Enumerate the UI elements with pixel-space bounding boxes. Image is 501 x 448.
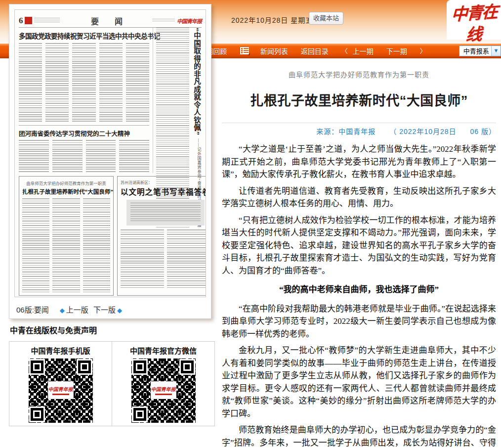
paragraph: 师范教育始终是曲阜师大的办学初心，也已成为彰显办学竞争力的“金字”招牌。多年来，… — [222, 424, 496, 448]
issue-list-icon[interactable] — [240, 46, 250, 55]
issue-page: 06 版） — [470, 128, 496, 135]
paper-family-select[interactable]: 中青报系 ▼ — [459, 45, 501, 56]
boxed-article-1-headline: 扎根孔子故里培养新时代“大国良师” — [22, 187, 110, 195]
newspaper-headline-2: 团河南省委传达学习贯彻党的二十大精神 — [19, 128, 149, 140]
chevron-down-icon: ▼ — [491, 46, 501, 56]
paragraph: 让传道者先明道信道、教育者先受教育，生动反映出这所孔子家乡大学落实立德树人根本任… — [222, 185, 496, 210]
nav-prev-issue[interactable]: 上一期 — [353, 46, 374, 56]
qr-center-logo: 中国青年报 — [48, 381, 74, 399]
text-column — [22, 198, 49, 293]
newspaper-body: 多国政党政要持续祝贺习近平当选中共中央总书记 团河南省委传达学习贯彻党的二十大精… — [19, 28, 202, 173]
qr-center-logo: 中国青年报 — [151, 381, 176, 399]
paper-family-select-value: 中青报系 — [459, 46, 491, 55]
paragraph: “大学之道是‘止于至善’之道，为人之师当做大先生。”2022年秋季新学期正式开始… — [222, 143, 496, 181]
article-subhead: “我的高中老师来自曲师，我也选择了曲师” — [222, 283, 496, 296]
next-page-link[interactable]: 下一版 — [93, 306, 116, 314]
article-title: 扎根孔子故里培养新时代“大国良师” — [222, 90, 496, 109]
text-column — [83, 198, 110, 293]
paragraph: “在高中阶段对我帮助最大的韩港老师就是毕业于曲师。”在说起选择来到曲阜师大学习师… — [222, 303, 496, 341]
prev-page-icon[interactable]: ◆ — [60, 307, 65, 314]
vertical-headline: “中国取得的非凡成就令人钦佩” — [192, 28, 202, 135]
text-column — [52, 198, 80, 293]
article-divider — [222, 123, 496, 123]
prev-page-link[interactable]: 上一版 — [66, 306, 88, 314]
article-source-line: 来源：中国青年报（ 2022年10月28日06 版） — [222, 126, 496, 136]
column-divider — [19, 125, 149, 126]
boxed-article-1-columns — [22, 198, 110, 293]
paragraph: 金秋九月，又一批心怀“教师梦”的大学新生走进曲阜师大，其中不少人有着和姜同学类似… — [222, 344, 496, 420]
article-body: “大学之道是‘止于至善’之道，为人之师当做大先生。”2022年秋季新学期正式开始… — [222, 143, 496, 448]
qr-cell-mobile: 中国青年报手机版 中国青年报 — [9, 342, 112, 426]
text-column — [126, 43, 149, 122]
text-column — [19, 140, 49, 173]
qr-marker — [133, 360, 146, 373]
article-1-columns — [19, 43, 149, 122]
article-2-columns — [19, 140, 149, 173]
current-date: 2022年10月28日 星期五 — [231, 15, 313, 25]
page-footer-nav: 06版:要闻◆上一版 下一版◆ — [16, 304, 122, 314]
paragraph: “只有把立德树人成效作为检验学校一切工作的根本标准，才能为培养堪当大任的时代新人… — [222, 214, 496, 277]
text-column — [52, 140, 83, 173]
qr-logo-text: 中国青年报 — [151, 385, 176, 393]
text-column — [99, 43, 123, 122]
issue-date: （ 2022年10月28日 — [389, 128, 456, 135]
qr-marker — [133, 408, 146, 421]
nav-news-list[interactable]: 新闻列表 — [260, 46, 288, 56]
newspaper-masthead: 6 要 闻 中国青年报 — [19, 14, 202, 28]
qr-marker — [31, 360, 43, 373]
qr-logo-underline — [155, 394, 172, 395]
newspaper-bottom-boxes: 曲阜师范大学把办好师范教育作为第一职责 扎根孔子故里培养新时代“大国良师” 苏州… — [19, 176, 202, 296]
article-kicker: 曲阜师范大学把办好师范教育作为第一职责 — [222, 69, 496, 79]
boxed-article-2: 苏州汾湖高新区： 以文明之笔书写幸福答卷 — [117, 176, 206, 296]
site-logo[interactable]: 中青在线 www.cyol.com — [447, 0, 501, 40]
qr-cell-wechat: 中国青年报官方微信 中国青年报 — [112, 342, 214, 426]
qr-marker — [31, 408, 43, 421]
boxed-article-1: 曲阜师范大学把办好师范教育作为第一职责 扎根孔子故里培养新时代“大国良师” — [19, 176, 114, 296]
boxed-article-1-kicker: 曲阜师范大学把办好师范教育作为第一职责 — [22, 180, 110, 186]
qr-mobile-title: 中国青年报手机版 — [9, 345, 112, 356]
newspaper-section-name: 要 闻 — [19, 15, 202, 27]
next-issue-icon[interactable]: 〉 — [420, 46, 426, 55]
text-column — [167, 229, 206, 289]
text-column — [86, 140, 116, 173]
qr-code-wechat: 中国青年报 — [131, 358, 196, 423]
source-label: 来源：中国青年报 — [316, 128, 376, 135]
boxed-article-2-headline: 以文明之笔书写幸福答卷 — [121, 186, 206, 197]
favorite-site-button[interactable]: 收藏本站 — [309, 12, 343, 25]
qr-wechat-title: 中国青年报官方微信 — [112, 345, 214, 356]
qr-panel: 中国青年报手机版 中国青年报 中国青年报官方微信 中国青年报 — [9, 341, 215, 426]
cyol-logo-text: 中青在线 — [446, 1, 501, 47]
next-page-icon[interactable]: ◆ — [117, 307, 122, 314]
boxed-article-2-columns — [121, 229, 206, 289]
text-column — [119, 140, 149, 173]
text-column — [19, 43, 42, 122]
boxed-article-2-kicker: 苏州汾湖高新区： — [121, 179, 206, 185]
copyright-heading: 中青在线版权与免责声明 — [10, 324, 97, 336]
nav-back-to-contents[interactable]: 返回目录 — [301, 46, 329, 56]
nav-next-issue[interactable]: 下一期 — [386, 46, 407, 56]
newspaper-preview-panel: 6 要 闻 中国青年报 多国政党政要持续祝贺习近平当选中共中央总书记 — [9, 4, 211, 319]
text-column — [45, 43, 69, 122]
prev-issue-icon[interactable]: 〈 — [341, 46, 348, 55]
article-column: 曲阜师范大学把办好师范教育作为第一职责 扎根孔子故里培养新时代“大国良师” 来源… — [216, 59, 501, 448]
newspaper-main-area: 多国政党政要持续祝贺习近平当选中共中央总书记 团河南省委传达学习贯彻党的二十大精… — [19, 28, 149, 173]
current-page-label: 06版:要闻 — [16, 306, 49, 314]
boxed-article-2-intro — [126, 200, 205, 225]
newspaper-page-image[interactable]: 6 要 闻 中国青年报 多国政党政要持续祝贺习近平当选中共中央总书记 — [14, 9, 206, 297]
text-column — [121, 229, 164, 289]
qr-logo-text: 中国青年报 — [48, 385, 73, 393]
qr-marker — [78, 360, 91, 373]
qr-logo-underline — [52, 394, 69, 395]
newspaper-side-column: “中国取得的非凡成就令人钦佩” ——记外国嘉宾参观“奋进新时代”主题成就展 — [153, 28, 202, 173]
page: 2022年10月28日 星期五 收藏本站 中青在线 www.cyol.com 往… — [0, 0, 501, 448]
newspaper-headline-1: 多国政党政要持续祝贺习近平当选中共中央总书记 — [19, 28, 149, 43]
text-column — [72, 43, 95, 122]
qr-code-mobile: 中国青年报 — [29, 358, 93, 423]
qr-marker — [181, 360, 194, 373]
